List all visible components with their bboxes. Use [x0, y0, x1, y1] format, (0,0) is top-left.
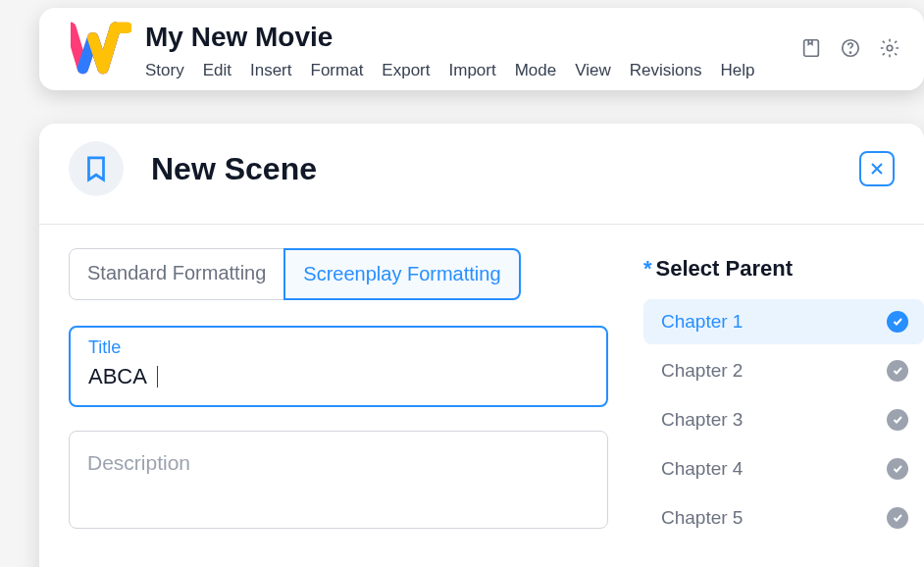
- title-label: Title: [88, 337, 589, 358]
- parent-item-chapter-4[interactable]: Chapter 4: [643, 446, 924, 491]
- select-parent-label: *Select Parent: [643, 256, 924, 282]
- document-title: My New Movie: [145, 22, 800, 53]
- panel-title: New Scene: [151, 151, 859, 187]
- menu-insert[interactable]: Insert: [250, 61, 292, 80]
- parent-list: Chapter 1 Chapter 2 Chapter 3 Chapter 4 …: [643, 299, 924, 541]
- scene-badge: [69, 141, 124, 196]
- svg-point-3: [887, 45, 893, 51]
- tab-standard-formatting[interactable]: Standard Formatting: [69, 248, 284, 300]
- app-logo: [71, 20, 131, 75]
- parent-item-chapter-5[interactable]: Chapter 5: [643, 495, 924, 541]
- parent-item-chapter-3[interactable]: Chapter 3: [643, 397, 924, 442]
- help-icon[interactable]: [840, 37, 861, 63]
- check-icon: [887, 409, 908, 431]
- bookmark-icon[interactable]: [800, 37, 822, 63]
- required-star: *: [643, 256, 652, 281]
- menu-revisions[interactable]: Revisions: [630, 61, 702, 80]
- parent-item-chapter-1[interactable]: Chapter 1: [643, 299, 924, 344]
- check-icon: [887, 360, 908, 382]
- close-button[interactable]: [859, 151, 895, 186]
- text-cursor: [157, 366, 158, 387]
- check-icon: [887, 311, 908, 333]
- menu-help[interactable]: Help: [720, 61, 754, 80]
- menu-import[interactable]: Import: [449, 61, 496, 80]
- description-field[interactable]: Description: [69, 431, 608, 529]
- menubar: Story Edit Insert Format Export Import M…: [145, 61, 800, 80]
- svg-rect-0: [804, 40, 819, 57]
- description-placeholder: Description: [87, 451, 590, 475]
- menu-view[interactable]: View: [575, 61, 611, 80]
- check-icon: [887, 507, 908, 529]
- svg-point-2: [849, 52, 850, 53]
- title-value: ABCA: [88, 364, 147, 389]
- gear-icon[interactable]: [879, 37, 900, 63]
- menu-format[interactable]: Format: [311, 61, 364, 80]
- menu-export[interactable]: Export: [382, 61, 430, 80]
- menu-mode[interactable]: Mode: [515, 61, 557, 80]
- new-scene-panel: New Scene Standard Formatting Screenplay…: [39, 124, 924, 567]
- title-field[interactable]: Title ABCA: [69, 326, 608, 407]
- topbar: My New Movie Story Edit Insert Format Ex…: [39, 8, 924, 90]
- check-icon: [887, 458, 908, 480]
- formatting-toggle: Standard Formatting Screenplay Formattin…: [69, 248, 521, 300]
- tab-screenplay-formatting[interactable]: Screenplay Formatting: [283, 248, 520, 300]
- parent-item-chapter-2[interactable]: Chapter 2: [643, 348, 924, 393]
- menu-edit[interactable]: Edit: [203, 61, 231, 80]
- menu-story[interactable]: Story: [145, 61, 184, 80]
